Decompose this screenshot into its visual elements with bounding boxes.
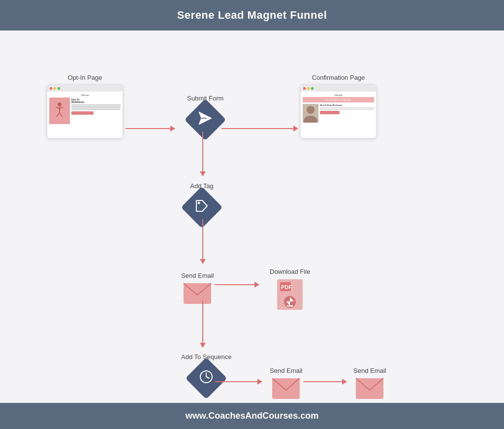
- svg-line-21: [206, 377, 209, 378]
- submit-form-icon: [185, 99, 226, 141]
- person-photo-icon: [303, 104, 318, 123]
- optin-page-mockup: Serene Intro ToMindfulness: [47, 84, 123, 138]
- add-sequence-node: Add To Sequence: [181, 353, 231, 393]
- send-email-2-node: Send Email: [270, 367, 302, 400]
- confirmation-page-node: Confirmation Page Serene Your free gift …: [300, 74, 377, 138]
- optin-book-title: Intro ToMindfulness: [71, 99, 121, 103]
- send-email-1-node: Send Email: [181, 272, 214, 305]
- page-title: Serene Lead Magnet Funnel: [177, 9, 327, 21]
- optin-line-4: [71, 109, 121, 110]
- confirm-content: Serene Your free gift is on the way! Min…: [301, 92, 376, 138]
- add-sequence-inner: [199, 369, 214, 387]
- tag-icon: [194, 198, 209, 213]
- svg-text:PDF: PDF: [281, 284, 292, 290]
- confirm-button: [320, 111, 340, 114]
- add-tag-node: Add Tag: [187, 182, 217, 222]
- arrow-tag-to-email: [202, 219, 203, 264]
- confirm-wl2: [320, 109, 374, 110]
- optin-text-area: Intro ToMindfulness: [71, 98, 121, 124]
- confirm-banner: Your free gift is on the way!: [303, 97, 374, 102]
- diagram-canvas: Opt-In Page Serene: [0, 31, 504, 403]
- add-sequence-icon: [186, 358, 227, 399]
- envelope-3-icon: [355, 377, 384, 400]
- browser-bar: [47, 85, 123, 92]
- arrow-email1-to-sequence: [202, 300, 203, 347]
- add-tag-icon: [181, 187, 223, 229]
- optin-content: Serene Intro ToMindfulness: [47, 92, 123, 138]
- confirm-workshop-info: Mind & Body Workshop: [320, 104, 374, 123]
- confirm-body: Mind & Body Workshop: [303, 104, 374, 123]
- confirm-browser-bar: [301, 85, 376, 92]
- page-header: Serene Lead Magnet Funnel: [0, 0, 504, 31]
- optin-cta-button: [71, 111, 94, 115]
- optin-site-name: Serene: [49, 94, 121, 97]
- svg-line-3: [60, 107, 63, 109]
- confirm-dot-green: [311, 87, 314, 90]
- dot-yellow: [54, 87, 56, 90]
- confirm-wl1: [320, 107, 374, 108]
- optin-page-label: Opt-In Page: [67, 74, 102, 81]
- arrow-email1-to-download: [215, 284, 259, 285]
- optin-body: Intro ToMindfulness: [49, 98, 121, 124]
- svg-line-2: [56, 107, 60, 109]
- confirmation-mockup: Serene Your free gift is on the way! Min…: [300, 84, 377, 138]
- yoga-figure-icon: [53, 102, 66, 120]
- download-file-node: Download File PDF: [270, 268, 310, 311]
- svg-point-9: [307, 106, 315, 114]
- dot-green: [58, 87, 60, 90]
- send-email-3-label: Send Email: [353, 367, 386, 374]
- optin-line-2: [71, 106, 121, 107]
- confirm-workshop-title: Mind & Body Workshop: [320, 104, 374, 106]
- send-email-1-label: Send Email: [181, 272, 214, 279]
- arrow-email2-to-email3: [303, 381, 346, 382]
- confirm-dot-red: [303, 87, 306, 90]
- confirm-photo: [303, 104, 318, 123]
- optin-cover: [49, 98, 70, 124]
- download-file-label: Download File: [270, 268, 310, 275]
- arrow-sequence-to-email2: [215, 381, 262, 382]
- optin-page-node: Opt-In Page Serene: [47, 74, 123, 138]
- svg-line-5: [60, 113, 63, 117]
- submit-form-node: Submit Form: [187, 95, 223, 134]
- arrow-submit-to-tag: [202, 132, 203, 176]
- add-tag-inner: [194, 198, 209, 216]
- optin-line-1: [71, 104, 121, 105]
- footer-url: www.CoachesAndCourses.com: [186, 411, 318, 421]
- paper-plane-icon: [198, 111, 213, 126]
- arrow-submit-to-confirm: [221, 128, 298, 129]
- svg-line-4: [57, 113, 60, 117]
- page-footer: www.CoachesAndCourses.com: [0, 403, 504, 429]
- confirm-site-name: Serene: [303, 94, 374, 97]
- arrow-optin-to-submit: [126, 128, 175, 129]
- svg-point-0: [58, 102, 62, 106]
- dot-red: [50, 87, 52, 90]
- optin-line-3: [71, 107, 121, 108]
- pdf-icon: PDF: [276, 278, 304, 311]
- envelope-2-icon: [271, 377, 301, 400]
- confirm-banner-text: Your free gift is on the way!: [304, 99, 373, 101]
- svg-point-11: [198, 202, 200, 204]
- send-email-2-label: Send Email: [270, 367, 302, 374]
- confirm-dot-yellow: [307, 87, 310, 90]
- send-email-3-node: Send Email: [353, 367, 386, 400]
- confirmation-page-label: Confirmation Page: [312, 74, 365, 81]
- clock-icon: [199, 369, 214, 384]
- submit-form-inner: [198, 111, 213, 129]
- envelope-1-icon: [183, 282, 212, 305]
